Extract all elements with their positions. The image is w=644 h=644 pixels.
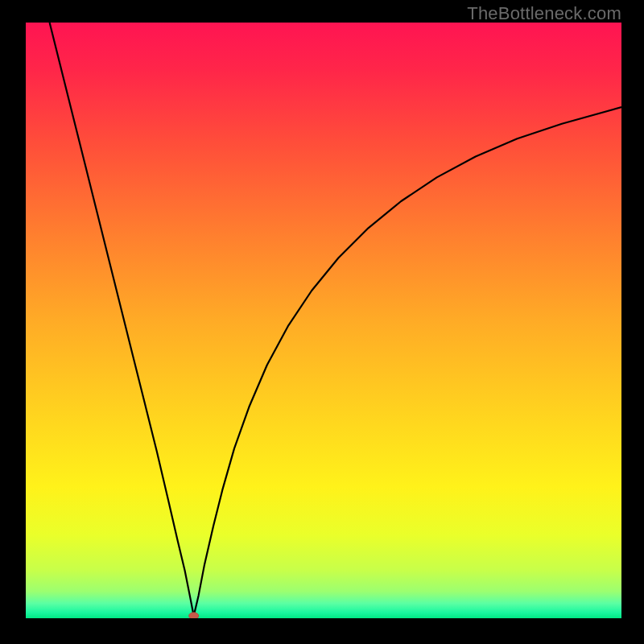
- chart-frame: TheBottleneck.com: [0, 0, 644, 644]
- plot-area: [26, 23, 621, 618]
- heat-background: [26, 23, 621, 618]
- minimum-marker: [189, 613, 199, 618]
- chart-svg: [26, 23, 621, 618]
- watermark-text: TheBottleneck.com: [467, 3, 621, 24]
